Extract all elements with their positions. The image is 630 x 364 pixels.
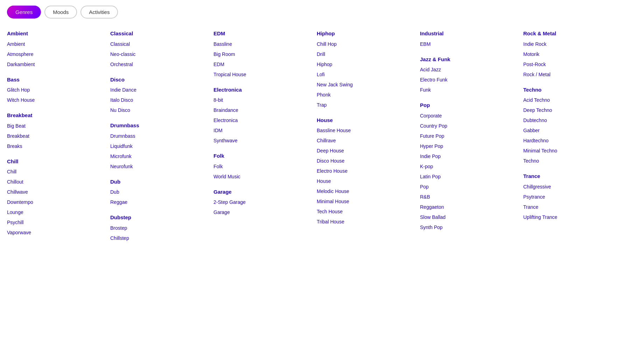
genre-item-lounge[interactable]: Lounge xyxy=(7,207,107,217)
genre-item-motorik[interactable]: Motorik xyxy=(523,49,623,59)
genre-item-tech-house[interactable]: Tech House xyxy=(317,207,416,217)
genre-item-techno[interactable]: Techno xyxy=(523,156,623,166)
genre-header-drumnbass[interactable]: Drumnbass xyxy=(110,122,210,130)
genre-header-classical[interactable]: Classical xyxy=(110,30,210,38)
genre-item-uplifting-trance[interactable]: Uplifting Trance xyxy=(523,212,623,222)
genre-item-electronica[interactable]: Electronica xyxy=(214,115,313,126)
genre-item-edm[interactable]: EDM xyxy=(214,59,313,70)
genre-item-minimal-house[interactable]: Minimal House xyxy=(317,197,416,207)
genre-item-ebm[interactable]: EBM xyxy=(420,39,520,49)
genre-item-acid-techno[interactable]: Acid Techno xyxy=(523,95,623,105)
genre-item-chillout[interactable]: Chillout xyxy=(7,177,107,187)
genre-header-rock---metal[interactable]: Rock & Metal xyxy=(523,30,623,38)
genre-item-r-b[interactable]: R&B xyxy=(420,192,520,202)
genre-item-chillgressive[interactable]: Chillgressive xyxy=(523,182,623,192)
genre-item-rock---metal[interactable]: Rock / Metal xyxy=(523,70,623,80)
genre-header-electronica[interactable]: Electronica xyxy=(214,86,313,94)
genre-item-electro-funk[interactable]: Electro Funk xyxy=(420,75,520,85)
genre-header-edm[interactable]: EDM xyxy=(214,30,313,38)
tab-genres[interactable]: Genres xyxy=(7,6,41,19)
genre-item-funk[interactable]: Funk xyxy=(420,85,520,95)
genre-item-house[interactable]: House xyxy=(317,176,416,186)
genre-item-2-step-garage[interactable]: 2-Step Garage xyxy=(214,197,313,207)
genre-item-neurofunk[interactable]: Neurofunk xyxy=(110,162,210,172)
tab-activities[interactable]: Activities xyxy=(80,6,118,19)
tab-moods[interactable]: Moods xyxy=(44,6,77,19)
genre-item-folk[interactable]: Folk xyxy=(214,162,313,172)
genre-item-big-room[interactable]: Big Room xyxy=(214,49,313,59)
genre-item-dubtechno[interactable]: Dubtechno xyxy=(523,115,623,126)
genre-item-acid-jazz[interactable]: Acid Jazz xyxy=(420,65,520,75)
genre-item-atmosphere[interactable]: Atmosphere xyxy=(7,49,107,59)
genre-item-idm[interactable]: IDM xyxy=(214,126,313,136)
genre-item-latin-pop[interactable]: Latin Pop xyxy=(420,172,520,182)
genre-item-world-music[interactable]: World Music xyxy=(214,172,313,182)
genre-item-corporate[interactable]: Corporate xyxy=(420,111,520,121)
genre-item-future-pop[interactable]: Future Pop xyxy=(420,131,520,141)
genre-item-pop[interactable]: Pop xyxy=(420,182,520,192)
genre-item-chill[interactable]: Chill xyxy=(7,167,107,177)
genre-item-witch-house[interactable]: Witch House xyxy=(7,95,107,105)
genre-item-new-jack-swing[interactable]: New Jack Swing xyxy=(317,80,416,90)
genre-item-phonk[interactable]: Phonk xyxy=(317,90,416,100)
genre-item-hyper-pop[interactable]: Hyper Pop xyxy=(420,141,520,151)
genre-item-slow-ballad[interactable]: Slow Ballad xyxy=(420,212,520,222)
genre-item-ambient[interactable]: Ambient xyxy=(7,39,107,49)
genre-item-classical[interactable]: Classical xyxy=(110,39,210,49)
genre-item-psytrance[interactable]: Psytrance xyxy=(523,192,623,202)
genre-item-chill-hop[interactable]: Chill Hop xyxy=(317,39,416,49)
genre-header-industrial[interactable]: Industrial xyxy=(420,30,520,38)
genre-header-pop[interactable]: Pop xyxy=(420,101,520,109)
genre-item-breaks[interactable]: Breaks xyxy=(7,141,107,151)
genre-header-garage[interactable]: Garage xyxy=(214,188,313,196)
genre-header-dubstep[interactable]: Dubstep xyxy=(110,214,210,222)
genre-item-reggaeton[interactable]: Reggaeton xyxy=(420,202,520,212)
genre-item-nu-disco[interactable]: Nu Disco xyxy=(110,105,210,115)
genre-item-trap[interactable]: Trap xyxy=(317,100,416,110)
genre-item-minimal-techno[interactable]: Minimal Techno xyxy=(523,146,623,156)
genre-item-bassline-house[interactable]: Bassline House xyxy=(317,126,416,136)
genre-item-italo-disco[interactable]: Italo Disco xyxy=(110,95,210,105)
genre-item-orchestral[interactable]: Orchestral xyxy=(110,59,210,70)
genre-header-bass[interactable]: Bass xyxy=(7,76,107,84)
genre-header-chill[interactable]: Chill xyxy=(7,158,107,166)
genre-item-synthwave[interactable]: Synthwave xyxy=(214,136,313,146)
genre-item-glitch-hop[interactable]: Glitch Hop xyxy=(7,85,107,95)
genre-header-ambient[interactable]: Ambient xyxy=(7,30,107,38)
genre-item-8-bit[interactable]: 8-bit xyxy=(214,95,313,105)
genre-item-tropical-house[interactable]: Tropical House xyxy=(214,70,313,80)
genre-item-hardtechno[interactable]: Hardtechno xyxy=(523,136,623,146)
genre-item-braindance[interactable]: Braindance xyxy=(214,105,313,115)
genre-item-deep-house[interactable]: Deep House xyxy=(317,146,416,156)
genre-item-neo-classic[interactable]: Neo-classic xyxy=(110,49,210,59)
genre-item-country-pop[interactable]: Country Pop xyxy=(420,121,520,131)
genre-item-trance[interactable]: Trance xyxy=(523,202,623,212)
genre-item-chillrave[interactable]: Chillrave xyxy=(317,136,416,146)
genre-item-chillstep[interactable]: Chillstep xyxy=(110,233,210,243)
genre-header-trance[interactable]: Trance xyxy=(523,172,623,180)
genre-header-folk[interactable]: Folk xyxy=(214,152,313,160)
genre-item-indie-rock[interactable]: Indie Rock xyxy=(523,39,623,49)
genre-item-lofi[interactable]: Lofi xyxy=(317,70,416,80)
genre-item-bassline[interactable]: Bassline xyxy=(214,39,313,49)
genre-item-melodic-house[interactable]: Melodic House xyxy=(317,186,416,197)
genre-item-electro-house[interactable]: Electro House xyxy=(317,166,416,176)
genre-header-hiphop[interactable]: Hiphop xyxy=(317,30,416,38)
genre-item-breakbeat[interactable]: Breakbeat xyxy=(7,131,107,141)
genre-header-dub[interactable]: Dub xyxy=(110,178,210,186)
genre-item-liquidfunk[interactable]: Liquidfunk xyxy=(110,141,210,151)
genre-item-big-beat[interactable]: Big Beat xyxy=(7,121,107,131)
genre-item-brostep[interactable]: Brostep xyxy=(110,223,210,233)
genre-header-house[interactable]: House xyxy=(317,116,416,124)
genre-item-k-pop[interactable]: K-pop xyxy=(420,162,520,172)
genre-header-jazz---funk[interactable]: Jazz & Funk xyxy=(420,56,520,64)
genre-item-drumnbass[interactable]: Drumnbass xyxy=(110,131,210,141)
genre-item-downtempo[interactable]: Downtempo xyxy=(7,197,107,207)
genre-item-darkambient[interactable]: Darkambient xyxy=(7,59,107,70)
genre-item-synth-pop[interactable]: Synth Pop xyxy=(420,222,520,233)
genre-item-tribal-house[interactable]: Tribal House xyxy=(317,217,416,227)
genre-item-indie-dance[interactable]: Indie Dance xyxy=(110,85,210,95)
genre-item-gabber[interactable]: Gabber xyxy=(523,126,623,136)
genre-item-indie-pop[interactable]: Indie Pop xyxy=(420,151,520,162)
genre-item-disco-house[interactable]: Disco House xyxy=(317,156,416,166)
